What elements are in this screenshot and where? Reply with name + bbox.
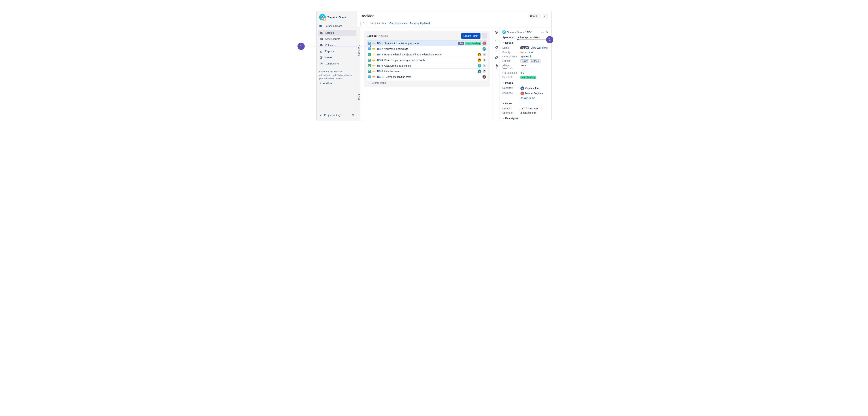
filter-recently-updated[interactable]: Recently Updated — [410, 22, 430, 25]
issue-key[interactable]: TIS-4 — [377, 59, 383, 62]
issue-key[interactable]: TIS-6 — [377, 70, 383, 73]
epic-link-badge[interactable]: Mars Landing — [521, 76, 536, 79]
svg-rect-9 — [320, 33, 322, 34]
epics-tab[interactable]: EPICS — [357, 74, 361, 121]
story-icon — [368, 53, 371, 56]
subtask-icon — [495, 64, 498, 67]
project-icon — [319, 14, 326, 21]
create-issue-button[interactable]: Create issue — [367, 80, 487, 85]
svg-rect-11 — [321, 38, 322, 40]
attachment-icon — [495, 56, 498, 59]
svg-point-18 — [485, 36, 485, 36]
issue-row[interactable]: TIS-2Verify the landing site👽 — [367, 46, 487, 52]
section-description[interactable]: Description — [502, 117, 549, 120]
board-view-button[interactable]: Board — [528, 13, 541, 19]
filter-only-my-issues[interactable]: Only My Issues — [390, 22, 407, 25]
priority-medium-icon — [372, 47, 375, 50]
info-icon — [495, 31, 498, 34]
assignee-avatar[interactable]: 👩 — [477, 70, 481, 73]
sidebar-item-components[interactable]: Components — [318, 61, 356, 67]
svg-rect-8 — [320, 33, 322, 33]
estimate-pill: 1 — [483, 59, 486, 62]
assignee-avatar[interactable]: 🤖 — [483, 41, 486, 45]
detail-rail-info[interactable] — [495, 31, 498, 34]
svg-rect-7 — [320, 32, 322, 32]
assignee-avatar[interactable]: 👽 — [477, 64, 481, 68]
text-icon — [495, 38, 498, 41]
sidebar-item-issues[interactable]: Issues — [318, 54, 356, 61]
priority-medium-icon — [372, 59, 375, 62]
assignee-avatar[interactable]: 🧑 — [483, 75, 486, 79]
issue-row[interactable]: TIS-5Cleanup the landing site👽2 — [367, 63, 487, 69]
status-lozenge[interactable]: TO DO — [521, 46, 529, 49]
backlog-section-title: Backlog — [367, 34, 376, 37]
assign-to-me-link[interactable]: Assign to me — [521, 97, 535, 100]
shortcuts-heading: Project Shortcuts — [319, 71, 354, 73]
issue-key[interactable]: TIS-1 — [377, 42, 383, 45]
assignee-avatar[interactable]: 🧑 — [477, 53, 481, 56]
collapse-icon[interactable] — [351, 113, 354, 117]
issue-row[interactable]: TIS-1Spaceship tracker app updates8.0Mar… — [367, 40, 487, 46]
close-icon[interactable] — [546, 31, 549, 33]
svg-point-27 — [542, 32, 543, 33]
section-details[interactable]: Details — [502, 41, 549, 44]
detail-rail-attachments[interactable] — [495, 56, 498, 59]
issue-key[interactable]: TIS-2 — [377, 47, 383, 50]
estimate-pill: 1 — [483, 53, 486, 56]
view-workflow-link[interactable]: View Workflow — [531, 46, 547, 49]
detail-issue-title: Spaceship tracker app updates — [502, 36, 549, 39]
label-chip[interactable]: rocket — [521, 59, 529, 63]
plus-icon — [319, 82, 322, 84]
sidebar-item-reports[interactable]: Reports — [318, 48, 356, 54]
board-selector[interactable]: Scrum in Space — [317, 23, 357, 29]
create-sprint-button[interactable]: Create Sprint — [461, 33, 480, 39]
sidebar-item-backlog[interactable]: Backlog — [318, 30, 356, 36]
project-header: Teams in Space — [317, 13, 357, 23]
priority-medium-icon — [521, 51, 523, 54]
search-button[interactable] — [361, 21, 367, 26]
section-people[interactable]: People — [502, 81, 549, 84]
versions-tab[interactable]: VERSIONS — [357, 28, 361, 74]
issue-key[interactable]: TIS-3 — [377, 53, 383, 56]
epic-badge: Mars Landing — [465, 42, 481, 45]
fix-version-link[interactable]: 8.0 — [521, 71, 524, 74]
issue-row[interactable]: TIS-3Enter the landing trajectory into t… — [367, 51, 487, 58]
ship-icon — [319, 43, 323, 47]
sidebar-item-releases[interactable]: Releases — [318, 42, 356, 48]
svg-point-15 — [320, 115, 321, 116]
issue-row[interactable]: TIS-10Complete ignition tests🧑 — [367, 74, 487, 80]
assignee-avatar[interactable]: 👽 — [483, 47, 486, 51]
issue-key[interactable]: TIS-10 — [377, 75, 384, 78]
more-icon[interactable] — [541, 31, 544, 34]
comment-icon — [495, 46, 498, 49]
issue-summary: Spaceship tracker app updates — [384, 42, 419, 45]
label-chip[interactable]: software — [530, 59, 541, 63]
detail-rail-subtasks[interactable]: 0 — [495, 64, 498, 69]
assignee-avatar[interactable]: 🧑 — [477, 58, 481, 62]
project-mini-icon — [502, 30, 506, 34]
issue-key-link[interactable]: TIS-1 — [527, 31, 532, 34]
plus-icon — [368, 81, 370, 84]
issue-row[interactable]: TIS-4Send the pre-landing report to Eart… — [367, 57, 487, 63]
page-title: Backlog — [361, 14, 374, 19]
sidebar-item-active-sprints[interactable]: Active sprints — [318, 36, 356, 42]
story-icon — [368, 70, 371, 73]
chevron-down-icon — [502, 42, 504, 44]
fullscreen-button[interactable] — [543, 13, 548, 19]
issue-summary: Send the pre-landing report to Earth — [384, 59, 425, 62]
issue-key[interactable]: TIS-5 — [377, 64, 383, 67]
add-link-button[interactable]: Add link — [319, 82, 354, 85]
issue-summary: Verify the landing site — [384, 47, 408, 50]
component-link[interactable]: Spaceship — [521, 55, 532, 58]
detail-rail-description[interactable] — [495, 38, 498, 41]
svg-point-25 — [504, 32, 504, 32]
story-icon — [368, 59, 371, 62]
issue-row[interactable]: TIS-6Hire the team👩5 — [367, 68, 487, 74]
svg-rect-22 — [496, 65, 497, 66]
detail-rail-comments[interactable]: 0 — [495, 46, 498, 51]
issue-summary: Complete ignition tests — [386, 75, 411, 78]
section-dates[interactable]: Dates — [502, 102, 549, 105]
project-settings-link[interactable]: Project settings — [319, 113, 342, 117]
board-icon — [319, 24, 322, 28]
backlog-more-button[interactable] — [482, 33, 487, 39]
